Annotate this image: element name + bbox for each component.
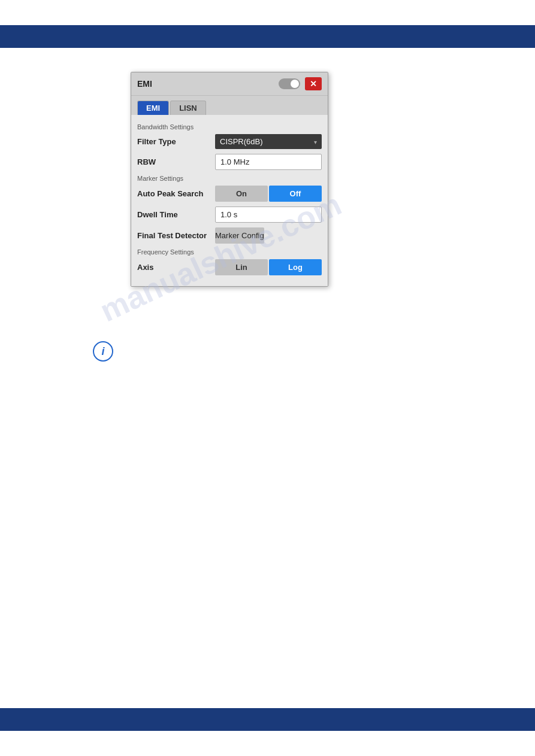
top-bar	[0, 25, 535, 48]
emi-dialog: EMI ✕ EMI LISN Bandwidth Settings Filter…	[131, 72, 328, 287]
axis-log-button[interactable]: Log	[269, 259, 322, 275]
filter-type-row: Filter Type CISPR(6dB) MIL461 Gaussian ▾	[137, 134, 322, 149]
dialog-titlebar: EMI ✕	[131, 72, 328, 96]
rbw-input[interactable]	[215, 154, 322, 170]
axis-lin-button[interactable]: Lin	[215, 259, 268, 275]
auto-peak-on-button[interactable]: On	[215, 186, 268, 202]
axis-label: Axis	[137, 263, 215, 272]
marker-config-button[interactable]: Marker Config	[215, 227, 264, 244]
dwell-time-row: Dwell Time	[137, 207, 322, 223]
rbw-value-wrapper	[215, 154, 322, 170]
info-icon: i	[93, 341, 113, 362]
dialog-body: Bandwidth Settings Filter Type CISPR(6dB…	[131, 115, 328, 286]
info-circle-icon: i	[93, 341, 113, 362]
frequency-settings-header: Frequency Settings	[137, 248, 322, 256]
dwell-time-value-wrapper	[215, 207, 322, 223]
tab-emi[interactable]: EMI	[137, 101, 169, 115]
marker-config-wrapper: Marker Config	[215, 227, 322, 244]
auto-peak-search-buttons: On Off	[215, 186, 322, 202]
rbw-label: RBW	[137, 157, 215, 166]
tab-lisn[interactable]: LISN	[170, 101, 206, 115]
auto-peak-search-row: Auto Peak Search On Off	[137, 186, 322, 202]
dialog-title: EMI	[137, 79, 152, 89]
emi-toggle[interactable]	[279, 78, 300, 89]
axis-row: Axis Lin Log	[137, 259, 322, 275]
bandwidth-settings-header: Bandwidth Settings	[137, 123, 322, 130]
dwell-time-label: Dwell Time	[137, 210, 215, 219]
bottom-bar	[0, 708, 535, 731]
dialog-tabs: EMI LISN	[131, 96, 328, 115]
close-button[interactable]: ✕	[305, 77, 322, 90]
filter-type-wrapper: CISPR(6dB) MIL461 Gaussian ▾	[215, 134, 322, 149]
filter-type-select[interactable]: CISPR(6dB) MIL461 Gaussian	[215, 134, 322, 149]
filter-type-label: Filter Type	[137, 137, 215, 146]
final-test-detector-row: Final Test Detector Marker Config	[137, 227, 322, 244]
marker-settings-header: Marker Settings	[137, 175, 322, 182]
axis-buttons: Lin Log	[215, 259, 322, 275]
title-right-controls: ✕	[279, 77, 322, 90]
final-test-detector-label: Final Test Detector	[137, 231, 215, 240]
auto-peak-off-button[interactable]: Off	[269, 186, 322, 202]
dwell-time-input[interactable]	[215, 207, 322, 223]
rbw-row: RBW	[137, 154, 322, 170]
auto-peak-search-label: Auto Peak Search	[137, 189, 215, 198]
